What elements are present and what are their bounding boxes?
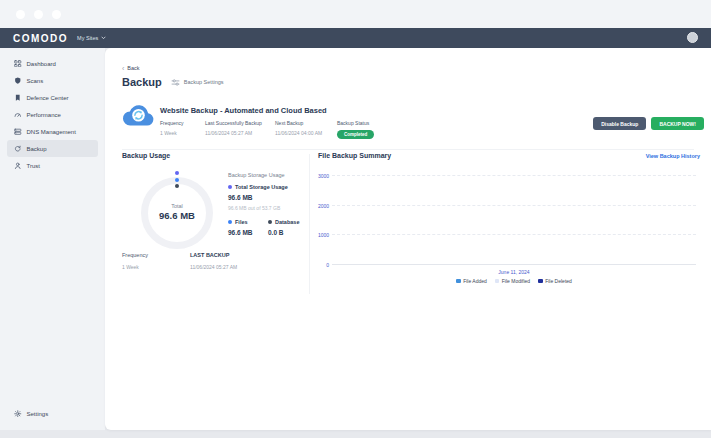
usage-section-title: Backup Usage: [122, 152, 170, 159]
frequency-column: Frequency 1 Week: [122, 252, 190, 270]
field-label: Next Backup: [275, 120, 337, 126]
trust-user-icon: [14, 162, 22, 170]
y-tick-label: 2000: [318, 203, 329, 209]
total-storage-label: Total Storage Usage: [235, 184, 288, 190]
donut-series-dots: [175, 171, 179, 188]
sidebar-nav: Dashboard Scans Defence Center Performan…: [0, 55, 105, 174]
backup-now-button[interactable]: BACKUP NOW!: [651, 117, 704, 130]
backup-plan-fields: Frequency 1 Week Last Successfully Backu…: [160, 120, 392, 139]
sidebar-item-label: Settings: [27, 411, 49, 417]
field-last-backup: Last Successfully Backup 11/06/2024 05:2…: [205, 120, 275, 139]
window-titlebar: [0, 0, 711, 28]
frequency-label: Frequency: [122, 252, 190, 258]
chevron-left-icon: ‹: [122, 66, 124, 71]
legend-label: File Modified: [502, 278, 530, 284]
field-label: Last Successfully Backup: [205, 120, 275, 126]
last-backup-label: LAST BACKUP: [190, 252, 237, 258]
chart-x-label: June 11, 2024: [332, 269, 696, 275]
storage-usage-panel: Backup Storage Usage Total Storage Usage…: [228, 172, 308, 236]
status-badge: Completed: [337, 130, 374, 139]
sliders-icon[interactable]: [171, 78, 180, 87]
files-dot-icon: [175, 178, 179, 182]
sidebar-item-performance[interactable]: Performance: [7, 106, 98, 123]
my-sites-dropdown[interactable]: My Sites: [77, 35, 106, 41]
chart-yaxis: 0100020003000: [308, 170, 329, 265]
gridline: [332, 205, 696, 206]
window-dot-icon: [52, 10, 61, 19]
gridline: [332, 234, 696, 235]
files-row: Files: [228, 219, 268, 225]
files-database-columns: Files 96.6 MB Database 0.0 B: [228, 219, 308, 236]
usage-footer: Frequency 1 Week LAST BACKUP 11/06/2024 …: [122, 252, 237, 270]
backup-refresh-icon: [14, 145, 22, 153]
files-label: Files: [235, 219, 248, 225]
database-column: Database 0.0 B: [268, 219, 308, 236]
gear-icon: [14, 410, 22, 418]
legend-swatch: [456, 279, 461, 284]
field-value: 11/06/2024 05:27 AM: [205, 130, 275, 136]
y-tick-label: 0: [326, 262, 329, 268]
field-backup-status: Backup Status Completed: [337, 120, 392, 139]
legend-swatch: [495, 279, 500, 284]
window-dot-icon: [34, 10, 43, 19]
gridline: [332, 175, 696, 176]
database-row: Database: [268, 219, 308, 225]
screen: COMODO My Sites Dashboard Scans Defence …: [0, 0, 711, 438]
field-frequency: Frequency 1 Week: [160, 120, 205, 139]
database-dot-icon: [175, 184, 179, 188]
storage-usage-heading: Backup Storage Usage: [228, 172, 308, 178]
donut-center: Total 96.6 MB: [141, 203, 213, 221]
disable-backup-button[interactable]: Disable Backup: [593, 117, 646, 130]
donut-total-label: Total: [141, 203, 213, 209]
user-avatar[interactable]: [687, 32, 698, 43]
back-label: Back: [127, 65, 139, 71]
legend-label: File Deleted: [545, 278, 572, 284]
page-header: Backup Backup Settings: [122, 76, 224, 88]
field-value: 11/06/2024 04:00 AM: [275, 130, 337, 136]
sidebar-item-defence-center[interactable]: Defence Center: [7, 89, 98, 106]
sidebar-item-label: Dashboard: [27, 61, 56, 67]
backup-plan-title: Website Backup - Automated and Cloud Bas…: [160, 106, 327, 115]
page-title: Backup: [122, 76, 162, 88]
dns-server-icon: [14, 128, 22, 136]
legend-item-file-modified: File Modified: [495, 278, 530, 284]
files-dot-icon: [228, 220, 232, 224]
database-value: 0.0 B: [268, 229, 308, 236]
sidebar: Dashboard Scans Defence Center Performan…: [0, 48, 105, 430]
chevron-down-icon: [101, 36, 106, 40]
view-backup-history-link[interactable]: View Backup History: [646, 153, 700, 159]
sidebar-item-settings[interactable]: Settings: [7, 405, 98, 422]
legend-item-file-deleted: File Deleted: [538, 278, 572, 284]
frequency-value: 1 Week: [122, 264, 190, 270]
legend-label: File Added: [463, 278, 487, 284]
database-dot-icon: [268, 220, 272, 224]
total-storage-dot-icon: [228, 185, 232, 189]
performance-gauge-icon: [14, 111, 22, 119]
cloud-backup-icon: [122, 103, 155, 130]
sidebar-item-label: Performance: [27, 112, 61, 118]
defence-center-icon: [14, 94, 22, 102]
total-storage-dot-icon: [175, 171, 179, 175]
backup-settings-link[interactable]: Backup Settings: [184, 79, 224, 85]
section-divider: [122, 149, 694, 150]
last-backup-value: 11/06/2024 05:27 AM: [190, 264, 237, 270]
sidebar-item-trust[interactable]: Trust: [7, 157, 98, 174]
main-panel: ‹ Back Backup Backup Settings Website Ba…: [105, 48, 711, 430]
field-label: Frequency: [160, 120, 205, 126]
dashboard-icon: [14, 60, 22, 68]
legend-swatch: [538, 279, 543, 284]
my-sites-label: My Sites: [77, 35, 98, 41]
sidebar-item-dns-management[interactable]: DNS Management: [7, 123, 98, 140]
files-column: Files 96.6 MB: [228, 219, 268, 236]
sidebar-item-scans[interactable]: Scans: [7, 72, 98, 89]
sidebar-item-label: Scans: [27, 78, 44, 84]
backup-actions: Disable Backup BACKUP NOW!: [593, 117, 704, 130]
y-tick-label: 3000: [318, 173, 329, 179]
sidebar-item-dashboard[interactable]: Dashboard: [7, 55, 98, 72]
summary-section-title: File Backup Summary: [318, 152, 391, 159]
sidebar-item-label: DNS Management: [27, 129, 76, 135]
sidebar-item-backup[interactable]: Backup: [7, 140, 98, 157]
field-next-backup: Next Backup 11/06/2024 04:00 AM: [275, 120, 337, 139]
back-link[interactable]: ‹ Back: [122, 65, 140, 71]
legend-item-file-added: File Added: [456, 278, 487, 284]
